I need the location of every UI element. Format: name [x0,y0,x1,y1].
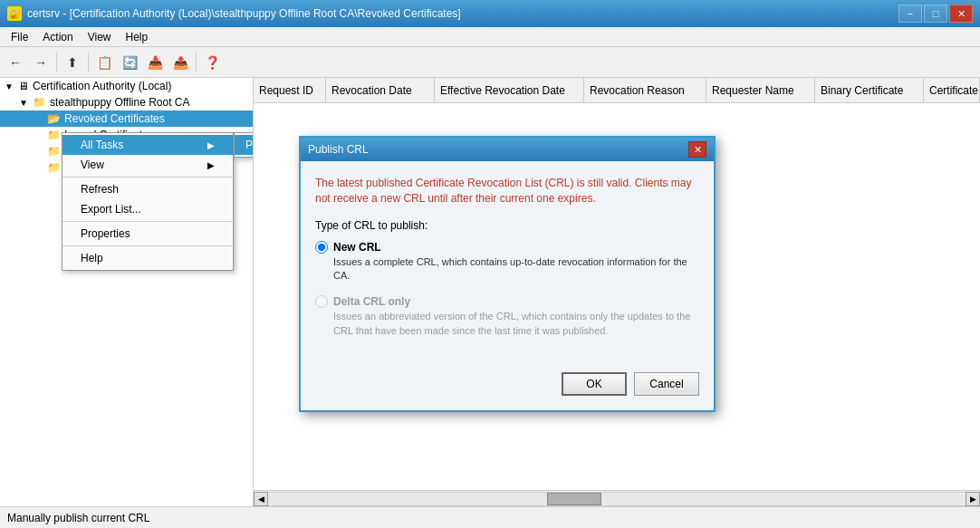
dialog-type-label: Type of CRL to publish: [315,219,699,232]
ctx-item-refresh[interactable]: Refresh [62,179,233,199]
dialog-footer: OK Cancel [301,365,714,410]
new-crl-radio[interactable] [315,241,328,254]
menu-file[interactable]: File [4,29,35,45]
col-revocation-date[interactable]: Revocation Date [326,78,435,102]
maximize-button[interactable]: □ [924,5,947,23]
delta-crl-description: Issues an abbreviated version of the CRL… [333,310,699,338]
import-button[interactable]: 📤 [168,51,192,74]
tree-icon-issued: 📁 [47,129,61,141]
window-controls: − □ ✕ [898,5,973,23]
tree-node-label: stealthpuppy Offline Root CA [50,96,190,109]
ok-button[interactable]: OK [562,372,627,396]
delta-crl-radio[interactable] [315,295,328,308]
table-header: Request ID Revocation Date Effective Rev… [254,78,980,103]
horizontal-scrollbar[interactable]: ◀ ▶ [254,490,980,506]
delta-crl-label[interactable]: Delta CRL only [315,295,699,308]
new-crl-label-text: New CRL [333,241,381,254]
title-bar: 🔐 certsrv - [Certification Authority (Lo… [0,0,980,27]
dialog-body: The latest published Certificate Revocat… [301,161,714,365]
ctx-arrow-view: ▶ [207,160,215,170]
menu-action[interactable]: Action [35,29,80,45]
tree-icon-pending: 📁 [47,145,61,158]
toolbar-separator-1 [56,53,57,72]
ctx-item-export[interactable]: Export List... [62,199,233,219]
tree-icon-root: 🖥 [18,80,29,92]
col-requester-name[interactable]: Requester Name [706,78,815,102]
col-binary-cert[interactable]: Binary Certificate [815,78,924,102]
ctx-arrow-alltasks: ▶ [207,140,215,150]
cancel-button[interactable]: Cancel [634,372,699,396]
scroll-left-btn[interactable]: ◀ [254,492,268,506]
expand-icon-node: ▼ [18,98,29,108]
option-delta-crl: Delta CRL only Issues an abbreviated ver… [315,295,699,338]
status-bar: Manually publish current CRL [0,506,980,528]
window-title: certsrv - [Certification Authority (Loca… [27,7,461,20]
ctx-divider-3 [62,245,233,246]
scroll-thumb[interactable] [547,493,601,505]
toolbar-separator-3 [196,53,197,72]
scroll-right-btn[interactable]: ▶ [966,492,980,506]
ctx-item-view[interactable]: View ▶ [62,155,233,175]
tree-panel: ▼ 🖥 Certification Authority (Local) ▼ 📁 … [0,78,254,506]
col-request-id[interactable]: Request ID [254,78,326,102]
col-revocation-reason[interactable]: Revocation Reason [584,78,706,102]
copy-button[interactable]: 📋 [92,51,116,74]
refresh-button[interactable]: 🔄 [118,51,141,74]
tree-icon-failed: 📁 [47,161,61,174]
dialog-close-button[interactable]: ✕ [688,141,706,158]
tree-revoked-label: Revoked Certificates [64,112,165,125]
option-new-crl: New CRL Issues a complete CRL, which con… [315,241,699,283]
submenu: Publish [234,132,254,158]
close-button[interactable]: ✕ [949,5,973,23]
context-menu: All Tasks ▶ View ▶ Refresh Export List..… [62,132,234,271]
ctx-divider-1 [62,177,233,178]
ctx-divider-2 [62,221,233,222]
new-crl-label[interactable]: New CRL [315,241,699,254]
dialog-title: Publish CRL [308,143,369,156]
forward-button[interactable]: → [29,51,53,74]
tree-item-revoked[interactable]: 📂 Revoked Certificates [0,110,253,127]
help-button[interactable]: ❓ [200,51,224,74]
delta-crl-label-text: Delta CRL only [333,295,410,308]
col-effective-revocation-date[interactable]: Effective Revocation Date [435,78,584,102]
ctx-item-help[interactable]: Help [62,248,233,268]
ctx-item-alltasks[interactable]: All Tasks ▶ [62,135,233,155]
new-crl-description: Issues a complete CRL, which contains up… [333,255,699,283]
app-icon: 🔐 [7,6,22,21]
up-button[interactable]: ⬆ [61,51,84,74]
minimize-button[interactable]: − [898,5,922,23]
col-cert-temp[interactable]: Certificate Temp [924,78,980,102]
export-button[interactable]: 📥 [143,51,167,74]
toolbar: ← → ⬆ 📋 🔄 📥 📤 ❓ [0,47,980,78]
menu-help[interactable]: Help [119,29,156,45]
submenu-publish[interactable]: Publish [235,135,254,155]
expand-icon: ▼ [4,82,14,91]
tree-root[interactable]: ▼ 🖥 Certification Authority (Local) [0,78,253,94]
dialog-warning-text: The latest published Certificate Revocat… [315,176,699,206]
dialog-title-bar: Publish CRL ✕ [301,138,714,161]
toolbar-separator-2 [88,53,89,72]
menu-bar: File Action View Help [0,27,980,47]
tree-icon-revoked: 📂 [47,112,61,125]
title-bar-left: 🔐 certsrv - [Certification Authority (Lo… [7,6,461,21]
status-text: Manually publish current CRL [7,512,149,524]
ctx-item-properties[interactable]: Properties [62,224,233,244]
tree-node[interactable]: ▼ 📁 stealthpuppy Offline Root CA [0,94,253,110]
scroll-track[interactable] [268,492,966,506]
back-button[interactable]: ← [4,51,27,74]
publish-crl-dialog[interactable]: Publish CRL ✕ The latest published Certi… [299,136,716,412]
menu-view[interactable]: View [81,29,119,45]
tree-root-label: Certification Authority (Local) [33,80,171,92]
tree-icon-node: 📁 [33,96,46,109]
